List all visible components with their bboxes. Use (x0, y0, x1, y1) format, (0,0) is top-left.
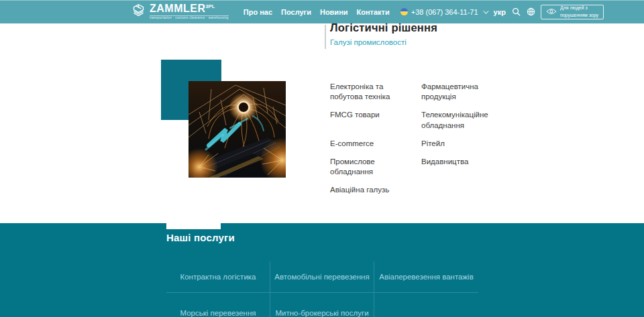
nav-services[interactable]: Послуги (281, 8, 311, 16)
logo-superscript: 3PL (205, 3, 215, 9)
logo-text: ZAMMLER3PL transportation · customs clea… (150, 3, 229, 20)
logo-wordmark: ZAMMLER (150, 3, 205, 14)
page-heading: Логістичні рішення Галузі промисловості (330, 21, 437, 46)
industry-link-retail[interactable]: Рітейл (421, 139, 500, 149)
industry-link-publishing[interactable]: Видавництва (421, 157, 500, 177)
logo-tagline: transportation · customs clearance · war… (150, 15, 229, 20)
services-grid-empty-cell (374, 293, 478, 317)
service-link-sea-transport[interactable]: Морські перевезення (166, 293, 270, 317)
industry-link-fmcg[interactable]: FMCG товари (330, 110, 421, 130)
zammler-cube-icon (131, 3, 146, 20)
industry-link-pharma[interactable]: Фармацевтична продукція (421, 82, 500, 102)
service-link-air-freight[interactable]: Авіаперевезення вантажів (374, 261, 478, 293)
heading-accent-line (325, 25, 326, 49)
accessibility-button-label: Для людей з порушенням зору (560, 5, 598, 18)
industry-link-aviation[interactable]: Авіаційна галузь (330, 185, 421, 195)
services-title: Наші послуги (166, 232, 235, 243)
zammler-industries-page: ZAMMLER3PL transportation · customs clea… (0, 0, 644, 317)
services-grid: Контрактна логістика Автомобільні переве… (166, 261, 478, 317)
industry-link-electronics[interactable]: Електроніка та побутова техніка (330, 82, 421, 102)
phone-link[interactable]: +38 (067) 364-11-71 (411, 8, 478, 16)
service-link-road-transport[interactable]: Автомобільні перевезення (270, 261, 374, 293)
chevron-down-icon[interactable] (483, 8, 488, 13)
industries-list: Електроніка та побутова техніка Фармацев… (330, 82, 500, 195)
section-notch (166, 223, 221, 229)
main-nav: Про нас Послуги Новини Контакти (244, 8, 390, 16)
search-icon[interactable] (512, 7, 521, 16)
service-link-customs-broker[interactable]: Митно-брокерські послуги (270, 293, 374, 317)
industry-link-telecom[interactable]: Телекомунікаційне обладнання (421, 110, 500, 130)
warehouse-lightpainting-photo (189, 81, 286, 178)
industries-link[interactable]: Галузі промисловості (330, 38, 437, 46)
page-title: Логістичні рішення (330, 21, 437, 34)
nav-contacts[interactable]: Контакти (357, 8, 390, 16)
language-switcher[interactable]: укр (494, 8, 506, 16)
industry-link-ecommerce[interactable]: E-commerce (330, 139, 421, 149)
nav-about[interactable]: Про нас (244, 8, 272, 16)
accessibility-button[interactable]: Для людей з порушенням зору (541, 5, 604, 19)
industry-link-industrial[interactable]: Промислове обладнання (330, 157, 421, 177)
services-section: Наші послуги Контрактна логістика Автомо… (0, 223, 644, 317)
logo[interactable]: ZAMMLER3PL transportation · customs clea… (131, 3, 229, 20)
top-navbar: ZAMMLER3PL transportation · customs clea… (0, 0, 644, 23)
phone-group: +38 (067) 364-11-71 (400, 8, 487, 16)
ukraine-flag-icon (400, 8, 408, 15)
eye-icon (546, 7, 557, 17)
nav-news[interactable]: Новини (320, 8, 348, 16)
globe-icon[interactable] (527, 7, 535, 16)
service-link-contract-logistics[interactable]: Контрактна логістика (166, 261, 270, 293)
